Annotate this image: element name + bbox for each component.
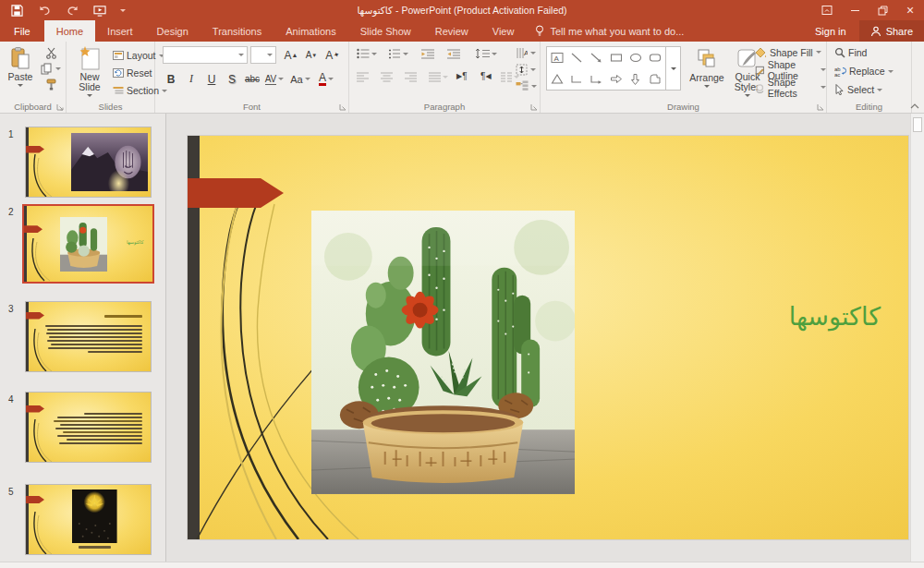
slide-5-thumbnail[interactable] [25,484,152,555]
slide-1-photo [71,133,148,191]
tab-animations[interactable]: Animations [274,20,347,42]
cactus-photo[interactable] [311,211,575,494]
numbering-button[interactable] [388,48,408,59]
sign-in-button[interactable]: Sign in [802,20,859,42]
slide-1-number: 1 [8,129,14,139]
vertical-scrollbar[interactable] [910,114,924,562]
current-slide[interactable]: كاكتوسها [188,136,908,539]
line-spacing-button[interactable] [475,48,497,59]
tab-transitions[interactable]: Transitions [201,20,274,42]
convert-to-smartart-button[interactable] [516,79,537,93]
select-button[interactable]: Select [834,82,894,97]
minimize-button[interactable] [841,0,869,20]
tab-file[interactable]: File [0,20,44,42]
tab-slide-show[interactable]: Slide Show [348,20,423,42]
paragraph-dialog-launcher-icon[interactable] [530,103,538,111]
italic-button[interactable]: I [181,70,201,88]
tab-review[interactable]: Review [423,20,480,42]
replace-button[interactable]: abac Replace [834,64,894,79]
oval-shape-icon [629,52,642,64]
font-color-button[interactable]: A [316,70,336,88]
change-case-button[interactable]: Aa [290,70,310,88]
undo-icon[interactable] [37,3,52,18]
cursor-arrow-icon [834,84,845,95]
grow-font-button[interactable]: A▲ [281,46,301,64]
tab-insert[interactable]: Insert [95,20,145,42]
tab-view[interactable]: View [480,20,527,42]
drawing-dialog-launcher-icon[interactable] [817,103,824,111]
redo-icon[interactable] [65,3,79,18]
restore-button[interactable] [869,0,896,20]
lightbulb-icon [535,25,544,37]
tell-me-box[interactable]: Tell me what you want to do... [526,20,693,42]
paste-button[interactable]: Paste [3,44,38,105]
strikethrough-button[interactable]: abc [242,70,262,88]
underline-button[interactable]: U [201,70,222,88]
rounded-rectangle-shape-icon [649,52,662,64]
arrange-button[interactable]: Arrange [687,44,727,105]
scrollbar-thumb[interactable] [913,117,922,132]
save-icon[interactable] [9,3,24,18]
text-shadow-button[interactable]: S [222,70,242,88]
slide-4-thumbnail[interactable] [25,392,152,463]
text-box-shape-icon: A [551,52,564,64]
align-center-button[interactable] [381,72,393,82]
slide-title-text[interactable]: كاكتوسها [789,302,881,331]
workspace: 1 2 [0,114,924,562]
elbow-arrow-connector-icon [590,73,602,85]
bold-button[interactable]: B [161,70,181,88]
slide-3-thumbnail[interactable] [25,301,152,372]
shrink-font-button[interactable]: A▼ [301,46,322,64]
slide-1-thumbnail[interactable] [25,127,152,198]
tab-design[interactable]: Design [145,20,201,42]
slide-2-thumbnail-selected[interactable]: كاكتوسها [22,204,154,284]
paste-clipboard-icon [11,47,30,69]
close-button[interactable]: × [896,0,924,20]
shapes-gallery[interactable]: A [546,46,666,91]
font-dialog-launcher-icon[interactable] [339,103,346,111]
find-button[interactable]: Find [834,45,894,60]
paragraph-group: ▶¶ ¶◀ A [349,42,541,113]
customize-qat-caret-icon[interactable] [120,9,126,12]
decrease-indent-button[interactable] [421,48,434,59]
slide-2-title-text: كاكتوسها [127,239,143,245]
copy-icon[interactable] [41,63,61,75]
cut-icon[interactable] [41,47,61,59]
align-right-button[interactable] [405,72,417,82]
text-direction-button[interactable]: A [516,45,537,60]
share-person-icon [870,26,881,37]
font-group: A▲ A▼ A✦ B I U S abc AV Aa A Font [155,42,349,113]
start-from-beginning-icon[interactable] [92,3,107,18]
font-name-combo[interactable] [163,46,248,64]
shape-effects-button[interactable]: Shape Effects [755,80,826,94]
increase-indent-button[interactable] [447,48,460,59]
slide-thumbnail-panel: 1 2 [0,114,166,562]
slide-2-number: 2 [8,207,14,217]
clear-formatting-button[interactable]: A✦ [322,46,343,64]
align-text-button[interactable] [516,62,537,77]
clipboard-dialog-launcher-icon[interactable] [56,103,64,111]
collapse-ribbon-button[interactable] [910,103,919,109]
status-bar [0,562,924,568]
ribbon-display-options-icon[interactable] [813,0,841,20]
shape-fill-button[interactable]: Shape Fill [755,45,826,59]
font-size-combo[interactable] [250,46,276,64]
format-painter-icon[interactable] [41,79,61,91]
arrange-icon [696,48,718,70]
bullets-button[interactable] [357,48,377,59]
ribbon: Paste Clipboard [0,42,924,114]
tab-home[interactable]: Home [44,20,95,42]
left-to-right-direction-button[interactable]: ▶¶ [456,71,468,81]
right-to-left-direction-button[interactable]: ¶◀ [480,71,492,81]
share-button[interactable]: Share [859,20,924,42]
triangle-shape-icon [551,73,564,85]
ribbon-tabs: File Home Insert Design Transitions Anim… [0,20,924,42]
elbow-connector-icon [570,73,583,85]
shapes-gallery-more-button[interactable] [666,46,681,91]
slide-5-number: 5 [8,487,14,497]
character-spacing-button[interactable]: AV [264,70,285,88]
justify-button[interactable] [429,72,448,82]
new-slide-button[interactable]: New Slide [71,44,108,105]
align-left-button[interactable] [357,72,369,82]
shape-outline-button[interactable]: Shape Outline [755,63,826,77]
